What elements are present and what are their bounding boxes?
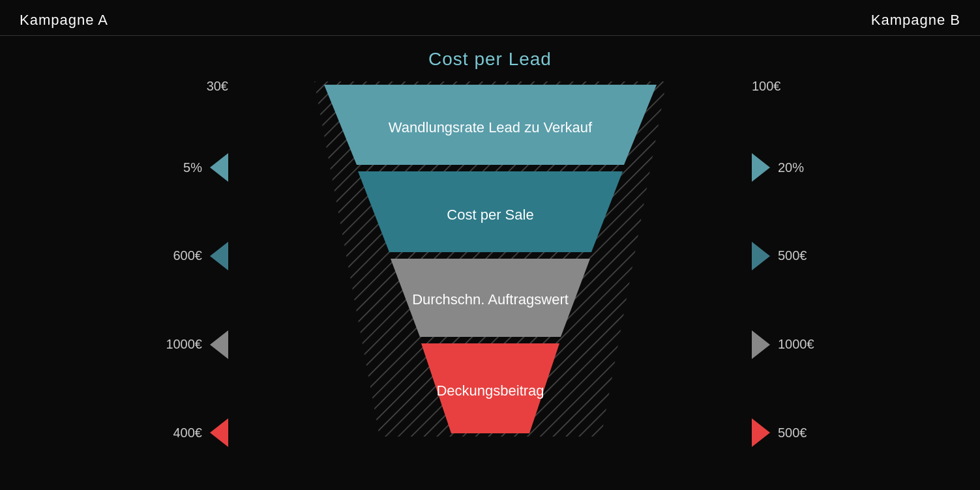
funnel-svg-wrapper: Wandlungsrate Lead zu Verkauf Cost per S… bbox=[275, 81, 705, 490]
right-label-auftragswert: 1000€ bbox=[752, 330, 814, 359]
left-labels: 30€ 5% 600€ 1000€ 400€ bbox=[0, 36, 228, 490]
funnel-svg: Wandlungsrate Lead zu Verkauf Cost per S… bbox=[288, 81, 692, 437]
right-label-cost-per-sale: 500€ bbox=[752, 242, 807, 270]
left-auftragswert-value: 1000€ bbox=[166, 337, 202, 352]
left-cost-per-sale-value: 600€ bbox=[173, 248, 203, 263]
right-label-cost-per-lead: 100€ bbox=[752, 79, 781, 94]
left-arrow-gray bbox=[210, 330, 228, 359]
left-label-auftragswert: 1000€ bbox=[166, 330, 228, 359]
left-arrow-red bbox=[210, 418, 228, 447]
left-wandlungsrate-value: 5% bbox=[183, 160, 202, 175]
right-wandlungsrate-value: 20% bbox=[778, 160, 804, 175]
page-container: Kampagne A Kampagne B 30€ 5% 600€ 1000€ bbox=[0, 0, 980, 490]
kampagne-a-title: Kampagne A bbox=[20, 12, 108, 29]
right-labels: 100€ 20% 500€ 1000€ 500€ bbox=[752, 36, 980, 490]
left-label-cost-per-sale: 600€ bbox=[173, 242, 229, 270]
segment-auftragswert-label: Durchschn. Auftragswert bbox=[412, 291, 569, 308]
left-arrow-teal-dark bbox=[210, 242, 228, 270]
left-label-wandlungsrate: 5% bbox=[183, 153, 228, 182]
segment-wandlungsrate-label: Wandlungsrate Lead zu Verkauf bbox=[388, 119, 592, 136]
right-arrow-gray bbox=[752, 330, 770, 359]
left-label-deckungsbeitrag: 400€ bbox=[173, 418, 229, 447]
segment-cost-per-sale-label: Cost per Sale bbox=[447, 207, 533, 223]
left-arrow-teal bbox=[210, 153, 228, 182]
kampagne-b-title: Kampagne B bbox=[871, 12, 960, 29]
right-cost-per-lead-value: 100€ bbox=[752, 79, 781, 94]
left-cost-per-lead-value: 30€ bbox=[207, 79, 228, 94]
left-deckungsbeitrag-value: 400€ bbox=[173, 425, 203, 440]
header: Kampagne A Kampagne B bbox=[0, 0, 980, 36]
funnel-container: Cost per Lead bbox=[275, 36, 705, 490]
right-label-wandlungsrate: 20% bbox=[752, 153, 804, 182]
right-auftragswert-value: 1000€ bbox=[778, 337, 814, 352]
right-arrow-red bbox=[752, 418, 770, 447]
left-label-cost-per-lead: 30€ bbox=[207, 79, 228, 94]
right-label-deckungsbeitrag: 500€ bbox=[752, 418, 807, 447]
segment-deckungsbeitrag-label: Deckungsbeitrag bbox=[436, 382, 544, 399]
right-cost-per-sale-value: 500€ bbox=[778, 248, 807, 263]
right-arrow-teal bbox=[752, 153, 770, 182]
right-deckungsbeitrag-value: 500€ bbox=[778, 425, 807, 440]
right-arrow-teal-dark bbox=[752, 242, 770, 270]
main-content: 30€ 5% 600€ 1000€ 400€ Cost per Lead bbox=[0, 36, 980, 490]
funnel-title: Cost per Lead bbox=[428, 49, 552, 70]
